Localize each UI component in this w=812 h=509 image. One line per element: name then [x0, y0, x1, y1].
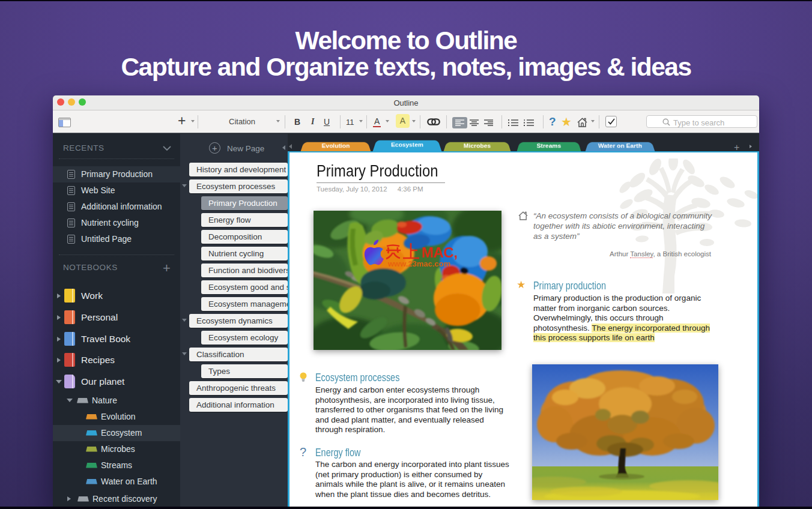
- svg-text:MAC,: MAC,: [422, 244, 457, 261]
- svg-text:www.23mac.com: www.23mac.com: [387, 259, 450, 268]
